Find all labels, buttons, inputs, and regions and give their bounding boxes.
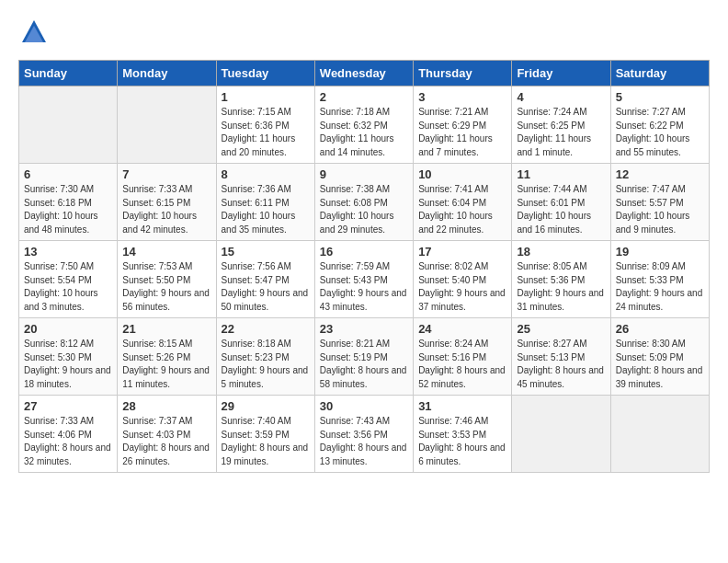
day-number: 3 (418, 90, 506, 104)
logo (18, 18, 48, 51)
calendar-cell: 17Sunrise: 8:02 AMSunset: 5:40 PMDayligh… (414, 241, 512, 318)
calendar-cell: 6Sunrise: 7:30 AMSunset: 6:18 PMDaylight… (19, 164, 118, 241)
calendar-cell: 1Sunrise: 7:15 AMSunset: 6:36 PMDaylight… (216, 86, 314, 164)
day-info: Sunrise: 8:05 AMSunset: 5:36 PMDaylight:… (517, 260, 605, 314)
day-info: Sunrise: 7:33 AMSunset: 4:06 PMDaylight:… (24, 415, 112, 468)
calendar-cell: 24Sunrise: 8:24 AMSunset: 5:16 PMDayligh… (414, 318, 512, 396)
page-header (18, 18, 710, 51)
day-info: Sunrise: 7:38 AMSunset: 6:08 PMDaylight:… (320, 183, 408, 236)
day-number: 27 (24, 399, 112, 413)
day-number: 20 (24, 322, 112, 336)
weekday-header: Friday (512, 61, 610, 86)
weekday-header: Tuesday (216, 61, 314, 86)
day-number: 24 (418, 322, 506, 336)
calendar-cell: 3Sunrise: 7:21 AMSunset: 6:29 PMDaylight… (414, 86, 512, 164)
calendar-cell: 16Sunrise: 7:59 AMSunset: 5:43 PMDayligh… (314, 241, 413, 318)
day-info: Sunrise: 8:27 AMSunset: 5:13 PMDaylight:… (517, 338, 605, 391)
weekday-header: Thursday (414, 61, 512, 86)
day-info: Sunrise: 7:53 AMSunset: 5:50 PMDaylight:… (122, 260, 210, 314)
calendar-cell (118, 86, 216, 164)
calendar-cell: 8Sunrise: 7:36 AMSunset: 6:11 PMDaylight… (216, 164, 314, 241)
logo-icon (20, 18, 48, 46)
calendar-cell: 18Sunrise: 8:05 AMSunset: 5:36 PMDayligh… (512, 241, 610, 318)
calendar-cell: 29Sunrise: 7:40 AMSunset: 3:59 PMDayligh… (216, 396, 314, 473)
day-number: 17 (418, 245, 506, 259)
day-number: 26 (616, 322, 704, 336)
day-number: 19 (616, 245, 704, 259)
day-number: 2 (320, 90, 408, 104)
day-number: 14 (122, 245, 210, 259)
day-info: Sunrise: 7:56 AMSunset: 5:47 PMDaylight:… (222, 260, 310, 314)
day-number: 25 (517, 322, 605, 336)
day-info: Sunrise: 8:15 AMSunset: 5:26 PMDaylight:… (122, 338, 210, 391)
calendar-cell: 11Sunrise: 7:44 AMSunset: 6:01 PMDayligh… (512, 164, 610, 241)
day-number: 22 (222, 322, 310, 336)
day-info: Sunrise: 7:50 AMSunset: 5:54 PMDaylight:… (24, 260, 112, 314)
day-number: 10 (418, 167, 506, 181)
calendar-week-row: 1Sunrise: 7:15 AMSunset: 6:36 PMDaylight… (19, 86, 710, 164)
calendar-cell: 26Sunrise: 8:30 AMSunset: 5:09 PMDayligh… (610, 318, 709, 396)
weekday-header: Wednesday (314, 61, 413, 86)
calendar-cell: 20Sunrise: 8:12 AMSunset: 5:30 PMDayligh… (19, 318, 118, 396)
day-number: 21 (122, 322, 210, 336)
calendar-week-row: 20Sunrise: 8:12 AMSunset: 5:30 PMDayligh… (19, 318, 710, 396)
day-info: Sunrise: 7:37 AMSunset: 4:03 PMDaylight:… (122, 415, 210, 468)
day-info: Sunrise: 8:12 AMSunset: 5:30 PMDaylight:… (24, 338, 112, 391)
calendar-cell: 4Sunrise: 7:24 AMSunset: 6:25 PMDaylight… (512, 86, 610, 164)
day-number: 13 (24, 245, 112, 259)
calendar-cell: 10Sunrise: 7:41 AMSunset: 6:04 PMDayligh… (414, 164, 512, 241)
calendar-cell: 23Sunrise: 8:21 AMSunset: 5:19 PMDayligh… (314, 318, 413, 396)
calendar-cell: 13Sunrise: 7:50 AMSunset: 5:54 PMDayligh… (19, 241, 118, 318)
day-number: 8 (222, 167, 310, 181)
weekday-header-row: SundayMondayTuesdayWednesdayThursdayFrid… (19, 61, 710, 86)
day-number: 6 (24, 167, 112, 181)
day-number: 31 (418, 399, 506, 413)
day-number: 1 (222, 90, 310, 104)
day-info: Sunrise: 7:40 AMSunset: 3:59 PMDaylight:… (222, 415, 310, 468)
day-number: 18 (517, 245, 605, 259)
weekday-header: Monday (118, 61, 216, 86)
calendar-cell: 2Sunrise: 7:18 AMSunset: 6:32 PMDaylight… (314, 86, 413, 164)
calendar-cell: 19Sunrise: 8:09 AMSunset: 5:33 PMDayligh… (610, 241, 709, 318)
calendar-cell: 7Sunrise: 7:33 AMSunset: 6:15 PMDaylight… (118, 164, 216, 241)
calendar-cell: 5Sunrise: 7:27 AMSunset: 6:22 PMDaylight… (610, 86, 709, 164)
day-info: Sunrise: 7:59 AMSunset: 5:43 PMDaylight:… (320, 260, 408, 314)
weekday-header: Saturday (610, 61, 709, 86)
calendar-cell: 12Sunrise: 7:47 AMSunset: 5:57 PMDayligh… (610, 164, 709, 241)
day-info: Sunrise: 8:21 AMSunset: 5:19 PMDaylight:… (320, 338, 408, 391)
day-number: 9 (320, 167, 408, 181)
day-info: Sunrise: 8:30 AMSunset: 5:09 PMDaylight:… (616, 338, 704, 391)
day-number: 15 (222, 245, 310, 259)
weekday-header: Sunday (19, 61, 118, 86)
day-info: Sunrise: 8:09 AMSunset: 5:33 PMDaylight:… (616, 260, 704, 314)
calendar-cell: 30Sunrise: 7:43 AMSunset: 3:56 PMDayligh… (314, 396, 413, 473)
day-number: 11 (517, 167, 605, 181)
day-number: 12 (616, 167, 704, 181)
calendar-cell: 15Sunrise: 7:56 AMSunset: 5:47 PMDayligh… (216, 241, 314, 318)
calendar-week-row: 6Sunrise: 7:30 AMSunset: 6:18 PMDaylight… (19, 164, 710, 241)
day-info: Sunrise: 8:24 AMSunset: 5:16 PMDaylight:… (418, 338, 506, 391)
day-info: Sunrise: 8:18 AMSunset: 5:23 PMDaylight:… (222, 338, 310, 391)
day-number: 28 (122, 399, 210, 413)
calendar-cell: 22Sunrise: 8:18 AMSunset: 5:23 PMDayligh… (216, 318, 314, 396)
calendar-table: SundayMondayTuesdayWednesdayThursdayFrid… (18, 60, 710, 473)
day-number: 7 (122, 167, 210, 181)
calendar-cell: 27Sunrise: 7:33 AMSunset: 4:06 PMDayligh… (19, 396, 118, 473)
day-info: Sunrise: 7:41 AMSunset: 6:04 PMDaylight:… (418, 183, 506, 236)
calendar-week-row: 13Sunrise: 7:50 AMSunset: 5:54 PMDayligh… (19, 241, 710, 318)
calendar-cell (512, 396, 610, 473)
calendar-cell: 21Sunrise: 8:15 AMSunset: 5:26 PMDayligh… (118, 318, 216, 396)
day-info: Sunrise: 7:18 AMSunset: 6:32 PMDaylight:… (320, 106, 408, 159)
day-info: Sunrise: 7:36 AMSunset: 6:11 PMDaylight:… (222, 183, 310, 236)
calendar-cell (19, 86, 118, 164)
day-number: 29 (222, 399, 310, 413)
calendar-cell: 28Sunrise: 7:37 AMSunset: 4:03 PMDayligh… (118, 396, 216, 473)
calendar-cell: 31Sunrise: 7:46 AMSunset: 3:53 PMDayligh… (414, 396, 512, 473)
day-info: Sunrise: 7:15 AMSunset: 6:36 PMDaylight:… (222, 106, 310, 159)
day-info: Sunrise: 7:33 AMSunset: 6:15 PMDaylight:… (122, 183, 210, 236)
calendar-cell: 14Sunrise: 7:53 AMSunset: 5:50 PMDayligh… (118, 241, 216, 318)
day-info: Sunrise: 7:47 AMSunset: 5:57 PMDaylight:… (616, 183, 704, 236)
day-info: Sunrise: 8:02 AMSunset: 5:40 PMDaylight:… (418, 260, 506, 314)
day-info: Sunrise: 7:24 AMSunset: 6:25 PMDaylight:… (517, 106, 605, 159)
day-info: Sunrise: 7:44 AMSunset: 6:01 PMDaylight:… (517, 183, 605, 236)
